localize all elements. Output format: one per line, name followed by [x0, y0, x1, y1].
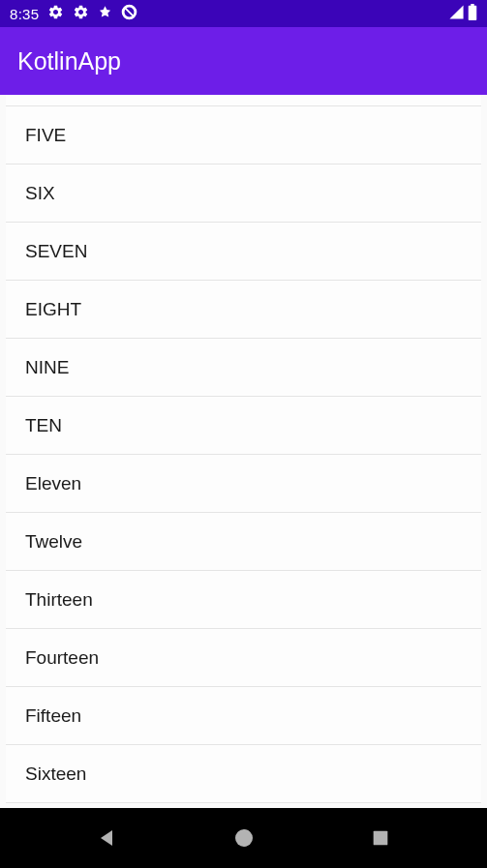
battery-icon: [468, 4, 477, 23]
list-item-label: SEVEN: [25, 241, 87, 262]
app-bar: KotlinApp: [0, 27, 487, 95]
signal-icon: [448, 4, 465, 23]
list-item-label: TEN: [25, 415, 62, 436]
recent-apps-button[interactable]: [367, 824, 394, 852]
list-item-partial: [6, 95, 481, 106]
list-item-label: FIVE: [25, 125, 66, 146]
list-item[interactable]: TEN: [6, 397, 481, 455]
list-item-label: Fifteen: [25, 705, 81, 727]
list-item[interactable]: EIGHT: [6, 281, 481, 339]
list-item[interactable]: Thirteen: [6, 571, 481, 629]
list-item-label: SIX: [25, 183, 55, 204]
list-item[interactable]: NINE: [6, 339, 481, 397]
list-item[interactable]: Eleven: [6, 455, 481, 513]
list-container[interactable]: FIVE SIX SEVEN EIGHT NINE TEN Eleven Twe…: [0, 95, 487, 808]
list-item-label: EIGHT: [25, 299, 81, 320]
status-right: [448, 4, 477, 23]
list-item-label: Eleven: [25, 473, 81, 494]
list-item-label: NINE: [25, 357, 69, 378]
back-button[interactable]: [94, 824, 121, 852]
list-item[interactable]: FIVE: [6, 106, 481, 165]
status-time: 8:35: [10, 6, 39, 22]
svg-rect-3: [373, 831, 387, 846]
app-title: KotlinApp: [17, 47, 121, 75]
debug-icon: [98, 5, 112, 22]
list-item-label: Twelve: [25, 531, 82, 553]
list-item[interactable]: Twelve: [6, 513, 481, 571]
status-left: 8:35: [10, 4, 137, 23]
svg-line-1: [126, 8, 135, 16]
status-bar: 8:35: [0, 0, 487, 27]
navigation-bar: [0, 808, 487, 868]
list-item[interactable]: SIX: [6, 165, 481, 223]
list-item-label: Sixteen: [25, 763, 86, 785]
svg-point-2: [235, 829, 253, 847]
list-item[interactable]: Sixteen: [6, 745, 481, 803]
gear-icon-2: [73, 4, 89, 23]
list-item[interactable]: Fourteen: [6, 629, 481, 687]
list-item[interactable]: SEVEN: [6, 223, 481, 281]
home-button[interactable]: [230, 824, 258, 852]
list-item-label: Fourteen: [25, 647, 99, 669]
list-item-label: Thirteen: [25, 589, 93, 611]
gear-icon: [47, 4, 64, 23]
list-item[interactable]: Fifteen: [6, 687, 481, 745]
sync-off-icon: [121, 4, 137, 23]
